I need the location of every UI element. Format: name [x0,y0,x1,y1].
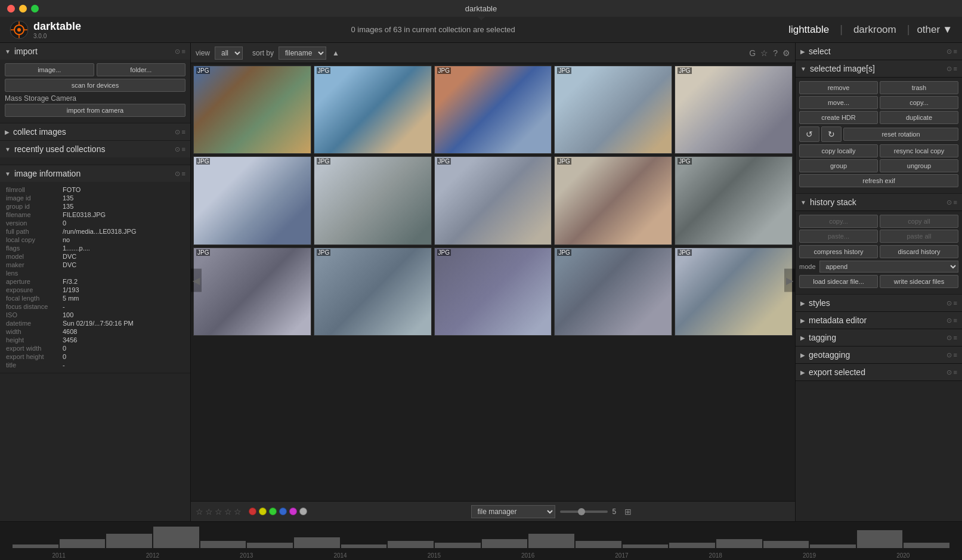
timeline-bar[interactable] [13,544,58,548]
copy-hist-button[interactable]: copy... [799,215,878,228]
timeline-bar[interactable] [904,543,949,548]
close-button[interactable] [7,5,15,13]
star-icon[interactable]: ☆ [760,48,768,58]
paste-all-hist-button[interactable]: paste all [880,230,958,243]
color-label-5[interactable] [299,508,307,515]
list-item[interactable]: JPG [434,66,552,154]
nav-other[interactable]: other ▼ [917,24,952,36]
color-label-4[interactable] [289,508,297,515]
left-panel-toggle[interactable]: ◀ [191,268,202,292]
import-camera-button[interactable]: import from camera [5,104,185,117]
settings-icon[interactable]: ⚙ [782,48,790,58]
list-item[interactable]: JPG [193,66,311,154]
geotag-icon[interactable]: G [749,48,756,58]
view-select[interactable]: all [215,47,243,60]
image-info-header[interactable]: ▼ image information ⊙ ≡ [0,165,190,182]
compress-history-button[interactable]: compress history [799,245,878,258]
timeline-bar[interactable] [623,544,669,548]
list-item[interactable]: JPG [314,66,432,154]
window-controls[interactable] [7,5,39,13]
timeline-bar[interactable] [341,544,387,548]
color-label-0[interactable] [249,508,256,515]
maximize-button[interactable] [31,5,39,13]
image-import-button[interactable]: image... [5,63,94,76]
timeline-bar[interactable] [60,539,106,548]
group-button[interactable]: group [799,159,878,172]
timeline-bar[interactable] [482,539,528,548]
nav-lighttable[interactable]: lighttable [785,21,833,38]
tagging-header[interactable]: ▶ tagging ⊙ ≡ [796,329,962,346]
star-3[interactable]: ☆ [215,507,222,516]
collect-header[interactable]: ▶ collect images ⊙ ≡ [0,123,190,140]
export-header[interactable]: ▶ export selected ⊙ ≡ [796,364,962,381]
color-label-1[interactable] [259,508,267,515]
history-header[interactable]: ▼ history stack ⊙ ≡ [796,194,962,211]
timeline-bar[interactable] [294,537,340,548]
list-item[interactable]: JPG [314,247,432,336]
help-icon[interactable]: ? [773,48,778,58]
list-item[interactable]: JPG [675,156,793,245]
list-item[interactable]: JPG [554,66,672,154]
timeline-bar[interactable] [106,534,152,548]
star-2[interactable]: ☆ [205,507,213,516]
list-item[interactable]: JPG [193,247,311,336]
recent-header[interactable]: ▼ recently used collections ⊙ ≡ [0,141,190,157]
copy-button[interactable]: copy... [880,96,958,109]
mode-select[interactable]: append overwrite [819,261,958,273]
geotagging-header[interactable]: ▶ geotagging ⊙ ≡ [796,346,962,364]
import-header[interactable]: ▼ import ⊙ ≡ [0,43,190,60]
timeline-bar[interactable] [153,527,199,548]
color-label-3[interactable] [279,508,287,515]
timeline-bar[interactable] [528,534,574,548]
timeline-bar[interactable] [716,539,762,548]
timeline-bar[interactable] [763,541,809,548]
write-sidecar-button[interactable]: write sidecar files [880,275,958,288]
select-header[interactable]: ▶ select ⊙ ≡ [796,43,962,60]
rotate-cw-button[interactable]: ↻ [821,126,842,142]
list-item[interactable]: JPG [314,156,432,245]
rotate-ccw-button[interactable]: ↺ [799,126,819,142]
remove-button[interactable]: remove [799,81,878,94]
reset-rotation-button[interactable]: reset rotation [843,128,958,141]
star-1[interactable]: ☆ [196,507,203,516]
grid-icon[interactable]: ⊞ [624,507,632,516]
copy-all-hist-button[interactable]: copy all [880,215,958,228]
list-item[interactable]: JPG [434,247,552,336]
star-5[interactable]: ☆ [234,507,242,516]
list-item[interactable]: JPG [434,156,552,245]
load-sidecar-button[interactable]: load sidecar file... [799,275,878,288]
selected-images-header[interactable]: ▼ selected image[s] ⊙ ≡ [796,60,962,78]
timeline-bar[interactable] [435,543,481,548]
move-button[interactable]: move... [799,96,878,109]
timeline-bar[interactable] [576,541,621,548]
sort-select[interactable]: filename [279,47,326,60]
scan-devices-button[interactable]: scan for devices [5,79,185,92]
timeline-bar[interactable] [857,530,903,548]
minimize-button[interactable] [19,5,27,13]
timeline-bar[interactable] [388,541,434,548]
create-hdr-button[interactable]: create HDR [799,111,878,124]
duplicate-button[interactable]: duplicate [880,111,958,124]
timeline-bar[interactable] [810,544,856,548]
timeline-bar[interactable] [247,543,293,548]
list-item[interactable]: JPG [675,66,793,154]
paste-hist-button[interactable]: paste... [799,230,878,243]
resync-button[interactable]: resync local copy [880,144,958,157]
list-item[interactable]: JPG [554,156,672,245]
sort-direction-icon[interactable]: ▲ [332,49,339,57]
list-item[interactable]: JPG [554,247,672,336]
view-mode-select[interactable]: file managerzoomable light tableculling … [471,505,555,518]
styles-header[interactable]: ▶ styles ⊙ ≡ [796,295,962,312]
timeline-bar[interactable] [669,543,715,548]
star-4[interactable]: ☆ [224,507,232,516]
ungroup-button[interactable]: ungroup [880,159,958,172]
trash-button[interactable]: trash [880,81,958,94]
right-panel-toggle[interactable]: ▶ [784,268,795,292]
nav-darkroom[interactable]: darkroom [850,21,900,38]
color-label-2[interactable] [269,508,277,515]
list-item[interactable]: JPG [193,156,311,245]
zoom-slider[interactable] [560,511,608,513]
folder-import-button[interactable]: folder... [97,63,186,76]
timeline-bar[interactable] [200,541,246,548]
copy-locally-button[interactable]: copy locally [799,144,878,157]
